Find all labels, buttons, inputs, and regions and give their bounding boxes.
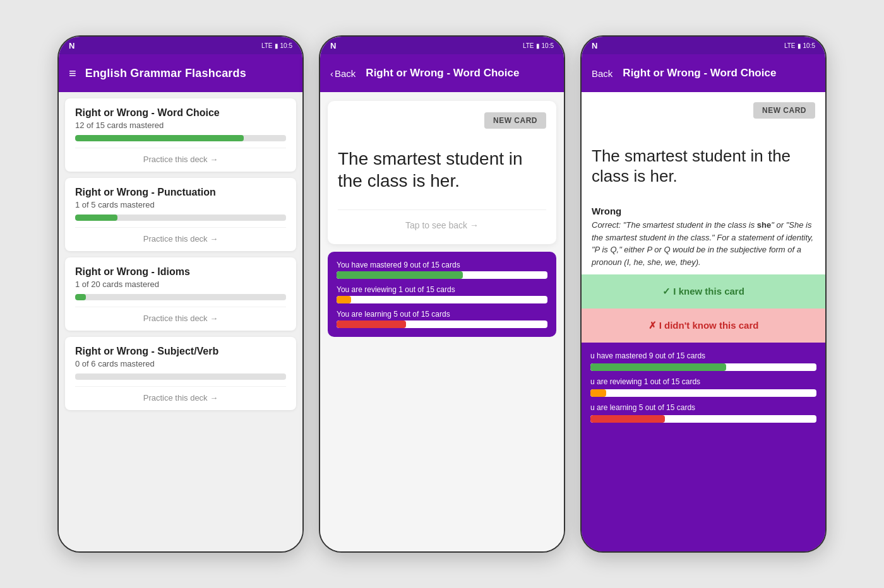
progress-bg-4 — [75, 373, 286, 380]
practice-link-1[interactable]: Practice this deck → — [75, 148, 286, 172]
deck-subtitle-2: 1 of 5 cards mastered — [75, 200, 286, 209]
reviewing-row-3: u are reviewing 1 out of 15 cards — [590, 377, 816, 397]
answer-text-3: Correct: "The smartest student in the cl… — [592, 219, 815, 268]
phone-1: N LTE ▮ 10:5 ≡ English Grammar Flashcard… — [57, 35, 304, 553]
deck-card-1[interactable]: Right or Wrong - Word Choice 12 of 15 ca… — [65, 98, 296, 172]
main-content-3: NEW CARD The smartest student in the cla… — [582, 92, 825, 551]
new-card-row-3: NEW CARD — [592, 102, 815, 125]
reviewing-bar-bg-2 — [337, 296, 547, 303]
progress-bg-3 — [75, 294, 286, 300]
knew-button-3[interactable]: ✓ I knew this card — [582, 274, 825, 309]
status-icons-2: LTE ▮ 10:5 — [523, 42, 554, 49]
app-header-3: Back Right or Wrong - Word Choice — [582, 54, 825, 92]
reviewing-bar-fill-3 — [590, 389, 606, 397]
reviewing-label-2: You are reviewing 1 out of 15 cards — [337, 285, 547, 294]
learning-bar-fill-2 — [337, 320, 406, 328]
signal-1: LTE — [261, 42, 273, 49]
new-card-button-3[interactable]: NEW CARD — [753, 102, 815, 119]
back-button-2[interactable]: ‹ Back — [330, 68, 355, 79]
chevron-left-icon-2: ‹ — [330, 68, 333, 79]
progress-fill-2 — [75, 215, 117, 221]
deck-title-1: Right or Wrong - Word Choice — [75, 107, 286, 119]
main-content-2: NEW CARD The smartest student in the cla… — [320, 92, 564, 551]
deck-title-3: Right or Wrong - Idioms — [75, 266, 286, 278]
mastered-bar-fill-2 — [337, 271, 463, 279]
screen-title-2: Right or Wrong - Word Choice — [361, 67, 554, 79]
learning-bar-bg-3 — [590, 415, 816, 423]
answer-text-plain-3: Correct: "The smartest student in the cl… — [592, 220, 757, 230]
mastered-row-2: You have mastered 9 out of 15 cards — [337, 261, 547, 279]
time-2: 10:5 — [542, 42, 554, 49]
deck-title-2: Right or Wrong - Punctuation — [75, 187, 286, 198]
status-bar-3: N LTE ▮ 10:5 — [582, 37, 825, 54]
mastered-bar-bg-2 — [337, 271, 547, 279]
app-header-2: ‹ Back Right or Wrong - Word Choice — [320, 54, 564, 92]
practice-link-3[interactable]: Practice this deck → — [75, 307, 286, 331]
back-label-3: Back — [592, 68, 612, 79]
mastered-bar-fill-3 — [590, 363, 726, 371]
answer-text-bold-3: she — [757, 220, 771, 230]
notch-icon-3: N — [592, 41, 597, 50]
mastered-bar-bg-3 — [590, 363, 816, 371]
learning-row-3: u are learning 5 out of 15 cards — [590, 403, 816, 423]
card-question-3: The smartest student in the class is her… — [592, 131, 815, 201]
practice-link-4[interactable]: Practice this deck → — [75, 386, 286, 410]
card-question-2: The smartest student in the class is her… — [338, 135, 546, 204]
status-bar-2: N LTE ▮ 10:5 — [320, 37, 564, 54]
progress-bg-2 — [75, 215, 286, 221]
app-header-1: ≡ English Grammar Flashcards — [59, 54, 302, 92]
deck-subtitle-4: 0 of 6 cards mastered — [75, 359, 286, 368]
learning-bar-bg-2 — [337, 320, 547, 328]
reviewing-label-3: u are reviewing 1 out of 15 cards — [590, 377, 816, 386]
reviewing-bar-fill-2 — [337, 296, 351, 303]
deck-card-4[interactable]: Right or Wrong - Subject/Verb 0 of 6 car… — [65, 337, 296, 410]
flashcard-front[interactable]: NEW CARD The smartest student in the cla… — [328, 101, 556, 244]
mastered-label-2: You have mastered 9 out of 15 cards — [337, 261, 547, 269]
mastered-label-3: u have mastered 9 out of 15 cards — [590, 351, 816, 360]
practice-link-2[interactable]: Practice this deck → — [75, 227, 286, 251]
learning-bar-fill-3 — [590, 415, 665, 423]
deck-subtitle-3: 1 of 20 cards mastered — [75, 279, 286, 289]
learning-label-2: You are learning 5 out of 15 cards — [337, 310, 547, 319]
deck-card-2[interactable]: Right or Wrong - Punctuation 1 of 5 card… — [65, 178, 296, 251]
signal-3: LTE — [784, 42, 796, 49]
battery-icon-1: ▮ — [275, 42, 278, 49]
learning-row-2: You are learning 5 out of 15 cards — [337, 310, 547, 328]
answer-label-3: Wrong — [592, 206, 815, 216]
progress-section-2: You have mastered 9 out of 15 cards You … — [328, 252, 556, 337]
action-buttons-3: ✓ I knew this card ✗ I didn't know this … — [582, 274, 825, 343]
mastered-row-3: u have mastered 9 out of 15 cards — [590, 351, 816, 371]
progress-bg-1 — [75, 135, 286, 141]
reviewing-row-2: You are reviewing 1 out of 15 cards — [337, 285, 547, 303]
deck-list: Right or Wrong - Word Choice 12 of 15 ca… — [59, 92, 302, 551]
progress-fill-1 — [75, 135, 244, 141]
reviewing-bar-bg-3 — [590, 389, 816, 397]
deck-title-4: Right or Wrong - Subject/Verb — [75, 346, 286, 357]
tap-to-see-2[interactable]: Tap to see back → — [338, 209, 546, 233]
new-card-button-2[interactable]: NEW CARD — [484, 112, 546, 129]
back-label-2: Back — [335, 68, 355, 79]
status-bar-1: N LTE ▮ 10:5 — [59, 37, 302, 54]
signal-2: LTE — [523, 42, 534, 49]
screen-title-3: Right or Wrong - Word Choice — [618, 67, 815, 79]
phone-3: N LTE ▮ 10:5 Back Right or Wrong - Word … — [580, 35, 827, 553]
time-3: 10:5 — [803, 42, 815, 49]
bottom-progress-3: u have mastered 9 out of 15 cards u are … — [582, 343, 825, 551]
status-icons-3: LTE ▮ 10:5 — [784, 42, 815, 49]
deck-subtitle-1: 12 of 15 cards mastered — [75, 121, 286, 130]
battery-icon-3: ▮ — [797, 42, 801, 49]
time-1: 10:5 — [280, 42, 292, 49]
deck-card-3[interactable]: Right or Wrong - Idioms 1 of 20 cards ma… — [65, 257, 296, 331]
back-button-3[interactable]: Back — [592, 68, 612, 79]
flashcard-back: NEW CARD The smartest student in the cla… — [582, 92, 825, 274]
progress-fill-3 — [75, 294, 86, 300]
notch-icon-2: N — [330, 41, 336, 50]
notch-icon-1: N — [69, 41, 75, 50]
menu-icon[interactable]: ≡ — [69, 66, 76, 81]
didnt-know-button-3[interactable]: ✗ I didn't know this card — [582, 309, 825, 343]
battery-icon-2: ▮ — [536, 42, 540, 49]
learning-label-3: u are learning 5 out of 15 cards — [590, 403, 816, 412]
phone-2: N LTE ▮ 10:5 ‹ Back Right or Wrong - Wor… — [319, 35, 565, 553]
app-title: English Grammar Flashcards — [85, 67, 246, 80]
status-icons-1: LTE ▮ 10:5 — [261, 42, 292, 49]
